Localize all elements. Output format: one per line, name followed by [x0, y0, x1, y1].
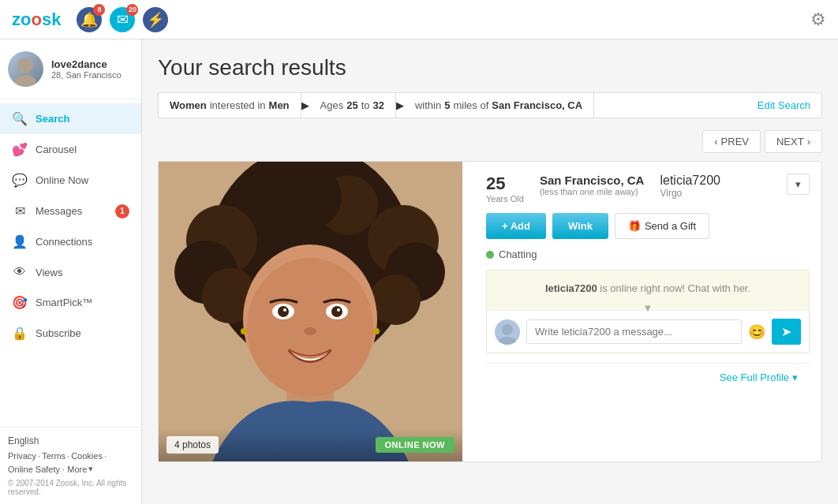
svg-point-12 [279, 166, 342, 229]
profile-top: 25 Years Old San Francisco, CA (less tha… [486, 174, 810, 203]
online-safety-link[interactable]: Online Safety [8, 465, 60, 474]
message-icon[interactable]: ✉ 20 [110, 7, 135, 32]
messages-icon: ✉ [12, 203, 28, 218]
smartpick-icon: 🎯 [12, 295, 28, 310]
svg-point-24 [373, 328, 380, 334]
svg-point-20 [331, 306, 342, 317]
sidebar-item-carousel[interactable]: 💕 Carousel [0, 134, 141, 165]
sidebar: love2dance 28, San Francisco 🔍 Search 💕 … [0, 39, 142, 504]
copyright: © 2007-2014 Zoosk, Inc. All rights reser… [8, 479, 133, 496]
wink-button[interactable]: Wink [552, 213, 608, 239]
emoji-button[interactable]: 😊 [748, 323, 765, 341]
sidebar-item-smartpick[interactable]: 🎯 SmartPick™ [0, 287, 141, 318]
svg-point-18 [283, 308, 286, 312]
search-icon: 🔍 [12, 111, 28, 126]
profile-location: San Francisco, CA (less than one mile aw… [540, 174, 645, 196]
result-card: 4 photos ONLINE NOW 25 Years Old San Fra… [158, 161, 822, 462]
svg-point-22 [304, 327, 316, 335]
photos-count[interactable]: 4 photos [166, 436, 219, 454]
settings-icon[interactable]: ⚙ [810, 9, 826, 30]
sidebar-item-online-now[interactable]: 💬 Online Now [0, 165, 141, 196]
page-title: Your search results [158, 55, 822, 80]
sidebar-item-label: Search [36, 113, 69, 125]
chevron-down-icon: ▾ [792, 371, 798, 383]
chat-section: leticia7200 is online right now! Chat wi… [486, 270, 810, 353]
filter-gender: Women interested in Men [159, 93, 301, 118]
svg-point-9 [370, 274, 421, 325]
photo-section: 4 photos ONLINE NOW [159, 162, 462, 461]
terms-link[interactable]: Terms [42, 451, 65, 461]
main-layout: love2dance 28, San Francisco 🔍 Search 💕 … [0, 39, 838, 504]
profile-photo[interactable]: 4 photos ONLINE NOW [159, 162, 462, 461]
chatting-status: Chatting [486, 248, 810, 260]
chat-avatar [495, 319, 520, 345]
content-inner: Your search results Women interested in … [142, 39, 838, 478]
messages-badge: 1 [115, 204, 129, 218]
footer-links: Privacy · Terms · Cookies · [8, 451, 133, 461]
profile-username[interactable]: leticia7200 [660, 174, 720, 188]
sidebar-item-search[interactable]: 🔍 Search [0, 103, 141, 134]
sidebar-nav: 🔍 Search 💕 Carousel 💬 Online Now ✉ Messa… [0, 99, 141, 427]
sidebar-item-label: Online Now [36, 174, 88, 186]
add-button[interactable]: + Add [486, 213, 546, 239]
age-value: 25 [486, 174, 524, 194]
header: zoosk 🔔 8 ✉ 20 ⚡ ⚙ [0, 0, 838, 39]
filter-bar: Women interested in Men ▶ Ages 25 to 32 … [158, 92, 822, 118]
user-section: love2dance 28, San Francisco [0, 39, 141, 99]
user-info: love2dance 28, San Francisco [51, 58, 122, 80]
zap-icon[interactable]: ⚡ [143, 7, 168, 32]
sidebar-item-messages[interactable]: ✉ Messages 1 [0, 196, 141, 226]
header-left: zoosk 🔔 8 ✉ 20 ⚡ [12, 7, 168, 32]
privacy-link[interactable]: Privacy [8, 451, 36, 461]
views-icon: 👁 [12, 265, 28, 279]
filter-age: Ages 25 to 32 [309, 93, 396, 118]
svg-point-1 [14, 75, 36, 87]
chat-notification-text: is online right now! Chat with her. [600, 282, 750, 294]
zodiac-sign: Virgo [660, 188, 720, 199]
location-sub: (less than one mile away) [540, 187, 645, 196]
send-message-button[interactable]: ➤ [772, 319, 801, 345]
chat-input-area: 😊 ➤ [487, 310, 809, 353]
language-selector[interactable]: English [8, 435, 133, 446]
username: love2dance [51, 58, 122, 70]
next-chevron-icon: › [807, 136, 810, 147]
sidebar-item-label: Messages [36, 205, 82, 217]
subscribe-icon: 🔒 [12, 326, 28, 341]
edit-search-link[interactable]: Edit Search [746, 93, 821, 118]
logo[interactable]: zoosk [12, 9, 61, 30]
carousel-icon: 💕 [12, 142, 28, 157]
photo-overlay: 4 photos ONLINE NOW [159, 428, 462, 461]
sidebar-item-subscribe[interactable]: 🔒 Subscribe [0, 318, 141, 349]
sidebar-item-connections[interactable]: 👤 Connections [0, 226, 141, 257]
header-icons: 🔔 8 ✉ 20 ⚡ [77, 7, 168, 32]
chat-message-input[interactable] [526, 319, 742, 344]
chat-notification: leticia7200 is online right now! Chat wi… [487, 271, 809, 306]
cookies-link[interactable]: Cookies [71, 451, 103, 461]
online-now-icon: 💬 [12, 173, 28, 188]
see-profile-bar: See Full Profile ▾ [486, 363, 810, 391]
bell-icon[interactable]: 🔔 8 [77, 7, 102, 32]
send-gift-button[interactable]: 🎁 Send a Gift [615, 213, 709, 239]
sidebar-item-label: Connections [36, 236, 92, 248]
svg-point-0 [17, 58, 33, 73]
sidebar-item-label: Subscribe [36, 327, 81, 339]
sidebar-item-views[interactable]: 👁 Views [0, 257, 141, 287]
next-button[interactable]: NEXT › [765, 130, 822, 153]
bell-badge: 8 [93, 4, 105, 16]
user-meta: 28, San Francisco [51, 70, 122, 80]
sidebar-item-label: Views [36, 267, 62, 278]
gift-icon: 🎁 [628, 220, 641, 232]
svg-point-25 [502, 324, 513, 335]
profile-dropdown-button[interactable]: ▾ [787, 174, 810, 195]
see-full-profile-link[interactable]: See Full Profile ▾ [720, 371, 798, 383]
pagination: ‹ PREV NEXT › [158, 130, 822, 153]
prev-button[interactable]: ‹ PREV [702, 130, 761, 153]
content-area: Your search results Women interested in … [142, 39, 838, 504]
sidebar-item-label: SmartPick™ [36, 297, 92, 308]
more-link[interactable]: More ▾ [67, 464, 93, 474]
svg-point-23 [241, 328, 247, 334]
location-value: San Francisco, CA [540, 174, 645, 187]
online-dot [486, 251, 494, 259]
avatar[interactable] [8, 51, 43, 87]
connections-icon: 👤 [12, 234, 28, 249]
